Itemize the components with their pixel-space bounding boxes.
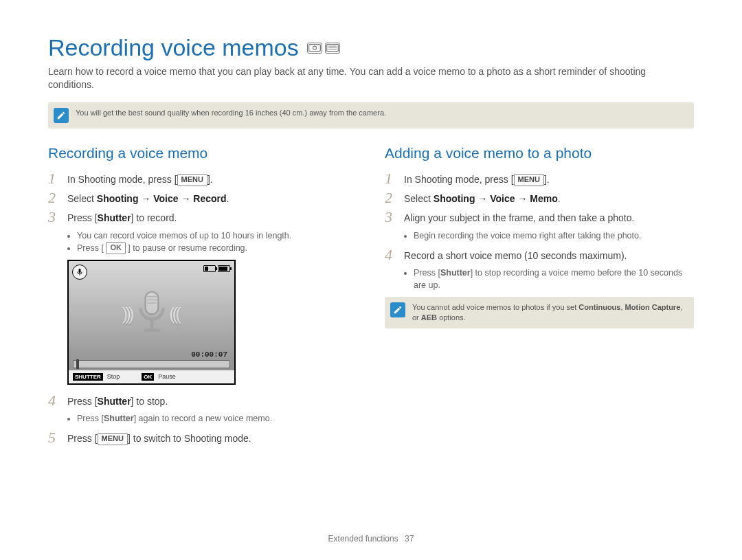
menu-key: MENU <box>514 174 544 186</box>
sound-wave-right-icon: ))) <box>172 304 181 325</box>
svg-point-1 <box>313 46 316 49</box>
right-step-2: 2 Select Shooting → Voice → Memo. <box>385 190 694 205</box>
battery-icon <box>203 265 216 272</box>
menu-key: MENU <box>177 174 207 186</box>
timecode: 00:00:07 <box>191 350 227 359</box>
step-body: Press [Shutter] to stop. <box>67 393 168 408</box>
left-step-4: 4 Press [Shutter] to stop. <box>48 393 357 408</box>
step-number: 3 <box>385 210 397 225</box>
step-body: Press [MENU] to switch to Shooting mode. <box>67 430 251 445</box>
step-number: 2 <box>385 190 397 205</box>
pause-label: Pause <box>158 373 176 380</box>
mic-indicator-icon <box>72 265 87 280</box>
progress-bar <box>73 360 230 368</box>
step-number: 4 <box>48 393 60 408</box>
battery-icons <box>203 265 230 272</box>
mode-icons <box>307 43 340 54</box>
screen-footer: SHUTTER Stop OK Pause <box>69 370 234 383</box>
top-note: You will get the best sound quality when… <box>48 102 694 128</box>
left-heading: Recording a voice memo <box>48 145 357 161</box>
menu-key: MENU <box>98 433 128 445</box>
bullet: Press [ OK ] to pause or resume recordin… <box>77 242 357 254</box>
bullet: You can record voice memos of up to 10 h… <box>77 229 357 242</box>
right-step-1: 1 In Shooting mode, press [MENU]. <box>385 171 694 186</box>
scene-icon <box>325 43 340 54</box>
step-number: 3 <box>48 210 60 225</box>
left-step-3: 3 Press [Shutter] to record. <box>48 210 357 225</box>
step-number: 1 <box>48 171 60 186</box>
note-icon <box>390 302 405 317</box>
left-step-2: 2 Select Shooting → Voice → Record. <box>48 190 357 205</box>
left-bullets-1: You can record voice memos of up to 10 h… <box>77 229 357 254</box>
step-body: Select Shooting → Voice → Record. <box>67 190 229 205</box>
step-body: In Shooting mode, press [MENU]. <box>67 171 213 186</box>
step-number: 4 <box>385 247 397 262</box>
battery-icon <box>218 265 230 272</box>
title-text: Recording voice memos <box>48 34 299 61</box>
right-column: Adding a voice memo to a photo 1 In Shoo… <box>385 145 694 450</box>
right-bullets-2: Press [Shutter] to stop recording a voic… <box>414 267 694 291</box>
stop-label: Stop <box>107 373 120 380</box>
step-body: Align your subject in the frame, and the… <box>404 210 634 225</box>
bullet: Press [Shutter] to stop recording a voic… <box>414 267 694 291</box>
step-number: 1 <box>385 171 397 186</box>
left-step-5: 5 Press [MENU] to switch to Shooting mod… <box>48 430 357 445</box>
ok-label: OK <box>142 373 154 381</box>
recording-screenshot: ))) ))) 00:00:07 SHUTTER Stop <box>67 260 236 385</box>
footer-page: 37 <box>405 534 414 544</box>
ok-key: OK <box>106 242 126 254</box>
intro-text: Learn how to record a voice memo that yo… <box>48 65 694 91</box>
right-bullets-1: Begin recording the voice memo right aft… <box>414 229 694 242</box>
shutter-label: SHUTTER <box>73 373 103 381</box>
top-note-text: You will get the best sound quality when… <box>76 108 386 118</box>
mic-large-icon: ))) ))) <box>69 289 234 340</box>
bullet: Begin recording the voice memo right aft… <box>414 229 694 242</box>
bullet: Press [Shutter] again to record a new vo… <box>77 412 357 425</box>
right-step-3: 3 Align your subject in the frame, and t… <box>385 210 694 225</box>
step-number: 2 <box>48 190 60 205</box>
step-body: In Shooting mode, press [MENU]. <box>404 171 550 186</box>
progress-handle <box>76 359 79 369</box>
step-body: Record a short voice memo (10 seconds ma… <box>404 247 627 262</box>
footer-section: Extended functions <box>328 534 398 544</box>
right-step-4: 4 Record a short voice memo (10 seconds … <box>385 247 694 262</box>
right-heading: Adding a voice memo to a photo <box>385 145 694 161</box>
left-step-1: 1 In Shooting mode, press [MENU]. <box>48 171 357 186</box>
page-title: Recording voice memos <box>48 34 694 61</box>
left-column: Recording a voice memo 1 In Shooting mod… <box>48 145 357 450</box>
camera-p-icon <box>307 43 322 54</box>
step-number: 5 <box>48 430 60 445</box>
note-icon <box>54 108 69 123</box>
right-note: You cannot add voice memos to photos if … <box>385 297 694 328</box>
svg-rect-0 <box>308 44 320 51</box>
right-note-text: You cannot add voice memos to photos if … <box>412 302 686 323</box>
sound-wave-left-icon: ))) <box>122 304 132 325</box>
page-footer: Extended functions 37 <box>0 534 742 544</box>
step-body: Press [Shutter] to record. <box>67 210 177 225</box>
step-body: Select Shooting → Voice → Memo. <box>404 190 561 205</box>
left-bullets-2: Press [Shutter] again to record a new vo… <box>77 412 357 425</box>
